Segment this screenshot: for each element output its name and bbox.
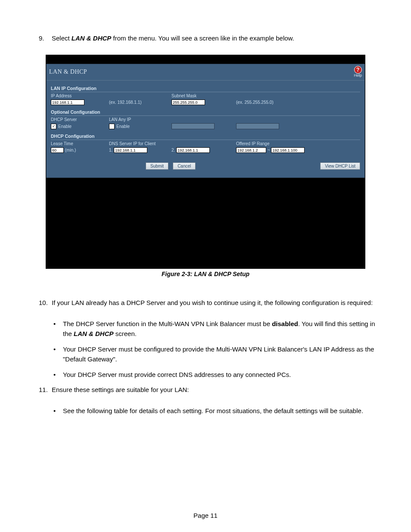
checkbox-checked-icon: ✓ [51, 124, 56, 129]
step-11: 11. Ensure these settings are suitable f… [39, 386, 385, 393]
page-number: Page 11 [0, 512, 411, 519]
checkbox-unchecked-icon [109, 124, 115, 129]
subnet-mask-label: Subnet Mask [171, 93, 236, 98]
dhcp-server-label: DHCP Server [51, 117, 109, 122]
panel-title: LAN & DHCP [49, 68, 87, 75]
lease-time-label: Lease Time [51, 141, 109, 146]
section-optional: Optional Configuration [51, 109, 360, 116]
step-9-num: 9. [39, 34, 52, 42]
step-9-text: Select LAN & DHCP from the menu. You wil… [52, 34, 385, 42]
dns-server-label: DNS Server IP for Client [109, 141, 171, 146]
lan-any-ip-enable-checkbox[interactable]: Enable [109, 124, 169, 129]
help-button[interactable]: ? Help [354, 66, 362, 78]
list-item: • Your DHCP Server must provide correct … [53, 370, 385, 380]
list-item: • Your DHCP Server must be configured to… [53, 345, 385, 364]
step-10: 10. If your LAN already has a DHCP Serve… [39, 299, 385, 306]
cancel-button[interactable]: Cancel [173, 162, 196, 170]
subnet-hint: (ex. 255.255.255.0) [236, 100, 360, 105]
lan-dhcp-screenshot: LAN & DHCP ? Help LAN IP Configuration I… [46, 55, 365, 269]
dns2-input[interactable] [176, 147, 210, 153]
ip-hint: (ex. 192.168.1.1) [109, 100, 171, 105]
lease-time-input[interactable] [51, 147, 64, 153]
dhcp-server-enable-checkbox[interactable]: ✓ Enable [51, 124, 106, 129]
offered-ip-range-label: Offered IP Range [236, 141, 360, 146]
view-dhcp-list-button[interactable]: View DHCP List [320, 162, 360, 170]
step-10-num: 10. [39, 299, 52, 306]
dns1-input[interactable] [114, 147, 147, 153]
list-item: • See the following table for details of… [53, 406, 385, 416]
step-11-text: Ensure these settings are suitable for y… [52, 386, 385, 393]
range-from-input[interactable] [236, 147, 266, 153]
disabled-field [171, 123, 215, 129]
section-lan-ip: LAN IP Configuration [51, 86, 360, 92]
help-icon: ? [354, 66, 362, 74]
figure-caption: Figure 2-3: LAN & DHCP Setup [26, 271, 385, 277]
list-item: • The DHCP Server function in the Multi-… [53, 319, 385, 339]
section-dhcp-config: DHCP Configuration [51, 134, 360, 140]
submit-button[interactable]: Submit [146, 162, 168, 170]
range-to-input[interactable] [271, 147, 305, 153]
ip-address-label: IP Address [51, 93, 109, 98]
subnet-mask-input[interactable] [171, 100, 205, 105]
disabled-field [236, 123, 279, 129]
step-10-text: If your LAN already has a DHCP Server an… [52, 299, 385, 306]
ip-address-input[interactable] [51, 100, 84, 105]
lan-any-ip-label: LAN Any IP [109, 117, 171, 122]
step-11-num: 11. [39, 386, 52, 393]
step-9: 9. Select LAN & DHCP from the menu. You … [39, 34, 385, 42]
